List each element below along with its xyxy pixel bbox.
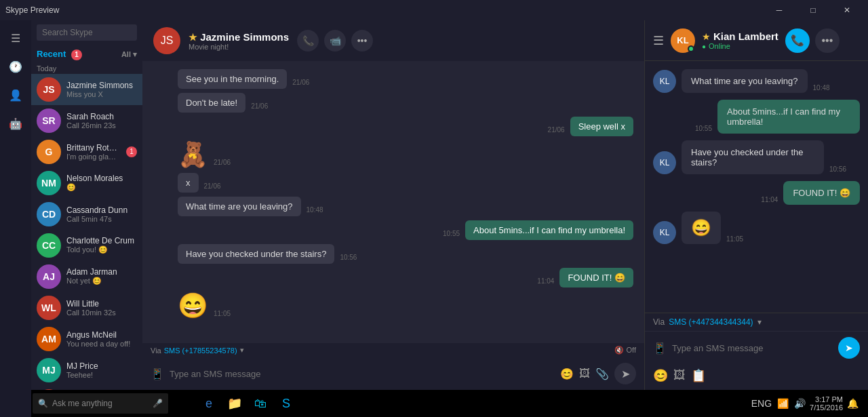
chevron-down-icon[interactable]: ▾: [240, 346, 244, 355]
right-menu-icon[interactable]: ☰: [653, 33, 664, 48]
main-layout: ☰ 🕐 👤 🤖 Recent 1 All ▾ Today JSJa: [0, 20, 868, 390]
contact-list-item[interactable]: NMNelson Morales😊: [31, 167, 142, 199]
explorer-icon[interactable]: 📁: [222, 390, 247, 417]
contact-list: JSJazmine SimmonsMiss you XSRSarah Roach…: [31, 74, 142, 390]
skype-icon[interactable]: S: [274, 390, 298, 417]
minimize-button[interactable]: ─: [764, 0, 795, 20]
right-emoji-message: 😄: [682, 212, 721, 244]
right-sms-number[interactable]: SMS (+447344344344): [669, 317, 753, 327]
contact-preview: Miss you X: [66, 90, 137, 98]
right-message-bubble: What time are you leaving?: [682, 69, 808, 93]
via-label: Via: [151, 346, 161, 355]
contact-list-item[interactable]: SRSarah RoachCall 26min 23s: [31, 105, 142, 136]
right-via-bar: Via SMS (+447344344344) ▾: [645, 313, 868, 331]
contact-name: Nelson Morales: [66, 174, 137, 183]
network-icon: 📶: [777, 398, 789, 409]
bots-icon[interactable]: 🤖: [3, 111, 28, 136]
search-input[interactable]: [37, 24, 137, 41]
contacts-icon[interactable]: 👤: [3, 83, 28, 107]
language-icon: ENG: [751, 398, 772, 409]
right-send-button[interactable]: ➤: [838, 337, 860, 359]
emoji-button[interactable]: 😊: [560, 368, 574, 380]
contact-preview: Call 5min 47s: [66, 215, 137, 223]
sms-link[interactable]: SMS (+17855234578): [164, 346, 237, 355]
close-button[interactable]: ✕: [831, 0, 863, 20]
right-image-button[interactable]: 🖼: [673, 368, 686, 383]
image-button[interactable]: 🖼: [579, 368, 590, 380]
message-row: FOUND IT! 😄11:04: [153, 268, 633, 287]
right-clip-button[interactable]: 📋: [691, 368, 706, 383]
message-time: 21/06: [204, 182, 221, 190]
more-options-icon[interactable]: •••: [351, 30, 373, 52]
chat-panel: JS ★ Jazmine Simmons Movie night! 📞 📹 ••…: [142, 20, 644, 390]
contact-list-item[interactable]: AMAngus McNeilYou need a day off!: [31, 323, 142, 355]
contact-preview: Told you! 😊: [66, 245, 137, 254]
input-area: 📱 😊 🖼 📎 ➤: [142, 357, 644, 390]
message-bubble: Have you checked under the stairs?: [178, 244, 334, 264]
chat-header-actions: 📞 📹 •••: [297, 30, 373, 52]
contact-list-item[interactable]: JSJazmine SimmonsMiss you X: [31, 74, 142, 105]
contact-preview: Not yet 😊: [66, 277, 137, 285]
recent-label: Recent 1: [37, 49, 82, 60]
contact-name: Charlotte De Crum: [66, 236, 137, 245]
audio-call-icon[interactable]: 📞: [297, 30, 319, 52]
message-bubble: What time are you leaving?: [178, 197, 301, 216]
clip-button[interactable]: 📎: [595, 368, 609, 380]
today-label: Today: [31, 63, 142, 74]
taskbar-search-text: Ask me anything: [52, 399, 113, 408]
right-message-bubble: About 5mins...if I can find my umbrella!: [717, 100, 860, 134]
contact-list-item[interactable]: AJAdam JarmanNot yet 😊: [31, 261, 142, 292]
messages-area: See you in the morning.21/06Don't be lat…: [142, 61, 644, 343]
contact-list-item[interactable]: CCCharlotte De CrumTold you! 😊: [31, 230, 142, 261]
message-row: Don't be late!21/06: [153, 93, 633, 113]
recent-icon[interactable]: 🕐: [3, 54, 28, 79]
right-panel: ☰ KL ★ Kian Lambert ● Online 📞 •••: [644, 20, 868, 390]
hamburger-icon[interactable]: ☰: [3, 26, 28, 50]
message-row: See you in the morning.21/06: [153, 69, 633, 89]
contact-list-item[interactable]: CDCassandra DunnCall 5min 47s: [31, 199, 142, 230]
message-row: About 5mins...if I can find my umbrella!…: [153, 220, 633, 240]
maximize-button[interactable]: □: [797, 0, 829, 20]
message-time: 11:05: [214, 310, 231, 317]
emoji-message: 🧸: [178, 140, 208, 169]
video-call-icon[interactable]: 📹: [324, 30, 346, 52]
right-chevron-icon[interactable]: ▾: [757, 317, 762, 327]
send-button[interactable]: ➤: [614, 363, 636, 384]
contact-name: Will Little: [66, 299, 137, 309]
message-row: 🧸21/06: [153, 140, 633, 169]
edge-icon[interactable]: e: [197, 390, 221, 417]
message-input[interactable]: [170, 369, 555, 379]
chat-header: JS ★ Jazmine Simmons Movie night! 📞 📹 ••…: [142, 20, 644, 61]
phone-icon: 📱: [151, 368, 164, 380]
message-time: 21/06: [292, 79, 309, 86]
app-title: Skype Preview: [5, 5, 59, 15]
taskview-button[interactable]: ⧉: [171, 390, 195, 417]
sms-bar: Via SMS (+17855234578) ▾ 🔇 Off: [142, 343, 644, 357]
right-more-button[interactable]: •••: [815, 28, 840, 53]
search-icon: 🔍: [38, 399, 48, 408]
notification-icon[interactable]: 🔔: [847, 398, 859, 409]
contact-list-item[interactable]: MJMJ PriceTeehee!: [31, 355, 142, 386]
right-message-time: 11:05: [726, 235, 743, 244]
star-icon: ★: [189, 32, 197, 43]
taskbar: ⊞ 🔍 Ask me anything 🎤 ⧉ e 📁 🛍 S ENG 📶 🔊 …: [0, 390, 868, 417]
all-filter[interactable]: All ▾: [121, 50, 137, 59]
right-emoji-button[interactable]: 😊: [653, 368, 668, 383]
contact-name: Angus McNeil: [66, 330, 137, 340]
message-row: x21/06: [153, 173, 633, 193]
store-icon[interactable]: 🛍: [248, 390, 273, 417]
microphone-icon[interactable]: 🎤: [153, 399, 163, 408]
contact-preview: Teehee!: [66, 371, 137, 379]
chat-header-info: ★ Jazmine Simmons Movie night!: [189, 31, 289, 51]
right-call-button[interactable]: 📞: [785, 28, 810, 53]
right-message-input[interactable]: [672, 343, 833, 353]
emoji-message: 😄: [178, 292, 208, 320]
right-phone-icon: 📱: [653, 342, 667, 355]
taskbar-search[interactable]: 🔍 Ask me anything 🎤: [33, 393, 168, 414]
window-controls: ─ □ ✕: [764, 0, 863, 20]
clock: 3:17 PM 7/15/2016: [810, 395, 843, 412]
contact-list-item[interactable]: GBrittany Roth, Lucy Holcomb, S...I'm go…: [31, 136, 142, 167]
contact-list-item[interactable]: WLWill LittleCall 10min 32s: [31, 292, 142, 323]
sidebar-icon-strip: ☰ 🕐 👤 🤖: [0, 20, 31, 390]
contact-preview: I'm going glam with sequins. See you h..…: [66, 153, 121, 161]
